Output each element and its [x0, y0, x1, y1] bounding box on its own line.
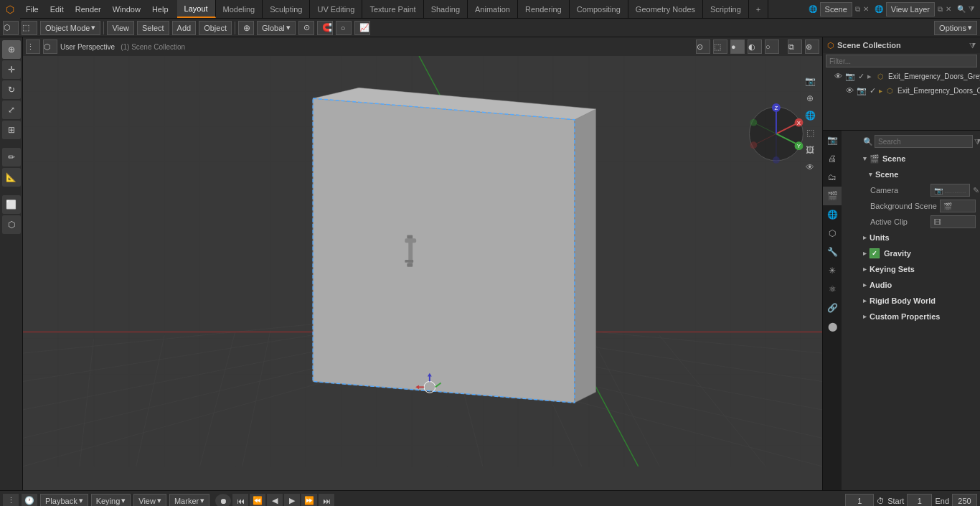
check-icon-0[interactable]: ✓ [858, 72, 864, 81]
outliner-search-input[interactable] [826, 55, 977, 67]
view-dropdown[interactable]: View ▾ [133, 494, 166, 507]
vp-gizmo-btn[interactable]: ⊕ [805, 39, 819, 54]
tab-scripting[interactable]: Scripting [703, 0, 749, 18]
prop-tab-material[interactable]: ⬤ [823, 317, 842, 336]
outliner-item-0[interactable]: 👁 📷 ✓ ▸ ⬡ Exit_Emergency_Doors_Grey [823, 69, 980, 83]
rigid-body-section-header[interactable]: ▸ Rigid Body World [862, 293, 979, 309]
keying-sets-section-header[interactable]: ▸ Keying Sets [862, 261, 979, 277]
menu-window[interactable]: Window [107, 0, 146, 18]
tab-compositing[interactable]: Compositing [570, 0, 628, 18]
timeline-menu-icon[interactable]: ⋮ [3, 494, 19, 507]
tab-modeling[interactable]: Modeling [216, 0, 263, 18]
object-menu[interactable]: Object [199, 21, 232, 35]
tab-layout[interactable]: Layout [177, 0, 216, 18]
vp-type-icon[interactable]: ⬡ [43, 39, 57, 54]
snap-icon[interactable]: 🧲 [317, 21, 333, 35]
add-cube-tool[interactable]: ⬜ [2, 195, 21, 214]
start-frame-input[interactable] [907, 494, 932, 507]
3d-viewport[interactable]: ⋮ ⬡ User Perspective (1) Scene Collectio… [23, 37, 822, 490]
prop-tab-view-layer[interactable]: 🗂 [823, 168, 842, 187]
vp-display-btn[interactable]: ⊙ [696, 39, 710, 54]
vp-shading-render[interactable]: ○ [765, 39, 779, 54]
global-dropdown[interactable]: Global ▾ [257, 21, 296, 35]
prop-tab-render[interactable]: 📷 [823, 131, 842, 149]
view-layer-close-btn[interactable]: ✕ [946, 5, 951, 13]
scene-selector[interactable]: Scene [820, 2, 852, 17]
measure-tool[interactable]: 📐 [2, 168, 21, 187]
prop-search-input[interactable] [875, 135, 973, 148]
object-mode-dropdown[interactable]: Object Mode ▾ [40, 21, 100, 35]
blender-logo[interactable]: ⬡ [0, 0, 20, 19]
end-frame-input[interactable] [952, 494, 977, 507]
menu-help[interactable]: Help [146, 0, 174, 18]
units-section-header[interactable]: ▸ Units [862, 230, 979, 245]
vp-shading-wire[interactable]: ⬚ [713, 39, 727, 54]
active-clip-value[interactable]: 🎞 [930, 215, 976, 228]
jump-end-btn[interactable]: ⏭ [319, 494, 334, 507]
outliner-filter-icon[interactable]: ⧩ [969, 41, 976, 50]
tab-sculpting[interactable]: Sculpting [263, 0, 310, 18]
vp-shading-solid[interactable]: ● [730, 39, 745, 54]
eye-icon-0[interactable]: 👁 [834, 72, 842, 80]
prop-tab-constraints[interactable]: 🔗 [823, 299, 842, 317]
scene-new-btn[interactable]: ⧉ [855, 5, 860, 14]
prop-section-scene-inner-header[interactable]: ▾ Scene [867, 167, 979, 182]
prop-tab-modifier[interactable]: 🔧 [823, 243, 842, 261]
layout-icon[interactable]: ⬚ [802, 125, 818, 141]
view-layer-new-btn[interactable]: ⧉ [938, 5, 943, 14]
view-layer-selector[interactable]: View Layer [886, 2, 935, 17]
step-forward-btn[interactable]: ⏩ [301, 494, 317, 507]
play-btn[interactable]: ▶ [284, 494, 300, 507]
search-icon[interactable]: 🔍 [957, 5, 966, 13]
tab-animation[interactable]: Animation [468, 0, 518, 18]
camera-value[interactable]: 📷 ........... [930, 184, 970, 197]
image-icon[interactable]: 🖼 [802, 142, 818, 158]
cursor-tool[interactable]: ⊕ [2, 40, 21, 59]
background-scene-value[interactable]: 🎬 [940, 200, 976, 212]
prop-section-scene-header[interactable]: ▾ 🎬 Scene [862, 151, 979, 167]
camera-icon[interactable]: 📷 [802, 73, 818, 89]
gravity-section-header[interactable]: ▸ ✓ Gravity [862, 245, 979, 261]
tab-rendering[interactable]: Rendering [518, 0, 570, 18]
scale-tool[interactable]: ⤢ [2, 100, 21, 119]
viewport-type-btn[interactable]: ⬚ [22, 21, 37, 35]
viewport-mode-icon[interactable]: ⬡ [3, 21, 19, 35]
current-frame-input[interactable] [845, 494, 874, 507]
playback-dropdown[interactable]: Playback ▾ [40, 494, 88, 507]
camera-icon-1[interactable]: 📷 [857, 86, 867, 95]
prop-tab-scene[interactable]: 🎬 [823, 187, 842, 205]
prop-tab-physics[interactable]: ⚛ [823, 280, 842, 299]
options-dropdown[interactable]: Options ▾ [934, 21, 977, 35]
scene-close-btn[interactable]: ✕ [863, 5, 869, 13]
marker-dropdown[interactable]: Marker ▾ [169, 494, 209, 507]
filter-icon[interactable]: ⧩ [969, 5, 974, 14]
view-icon[interactable]: 👁 [802, 159, 818, 175]
cursor-lock-icon[interactable]: ⊕ [802, 90, 818, 106]
tab-geometry-nodes[interactable]: Geometry Nodes [628, 0, 703, 18]
vp-shading-material[interactable]: ◐ [748, 39, 762, 54]
outliner-item-1[interactable]: 👁 📷 ✓ ▸ ⬡ Exit_Emergency_Doors_C [823, 83, 980, 98]
move-tool[interactable]: ✛ [2, 60, 21, 79]
prop-filter-icon[interactable]: ⧩ [974, 137, 980, 146]
custom-props-section-header[interactable]: ▸ Custom Properties [862, 309, 979, 324]
annotate-tool[interactable]: ✏ [2, 148, 21, 167]
play-reverse-btn[interactable]: ◀ [267, 494, 283, 507]
timeline-type-icon[interactable]: 🕐 [22, 494, 37, 507]
record-btn[interactable]: ⏺ [215, 494, 231, 507]
tab-shading[interactable]: Shading [424, 0, 468, 18]
eye-icon-1[interactable]: 👁 [846, 86, 854, 95]
proportional-edit[interactable]: ⊙ [298, 21, 314, 35]
rotate-tool[interactable]: ↻ [2, 80, 21, 99]
menu-file[interactable]: File [20, 0, 44, 18]
transform-icon[interactable]: ⊕ [238, 21, 254, 35]
proportional-icon2[interactable]: ○ [336, 21, 352, 35]
add-menu[interactable]: Add [172, 21, 197, 35]
check-icon-1[interactable]: ✓ [870, 86, 876, 95]
menu-render[interactable]: Render [70, 0, 107, 18]
vp-menu-icon[interactable]: ⋮ [26, 39, 40, 54]
prop-tab-particles[interactable]: ✳ [823, 261, 842, 280]
tab-uv-editing[interactable]: UV Editing [310, 0, 362, 18]
select-menu[interactable]: Select [137, 21, 169, 35]
step-back-btn[interactable]: ⏪ [250, 494, 265, 507]
tab-add[interactable]: + [749, 0, 768, 18]
